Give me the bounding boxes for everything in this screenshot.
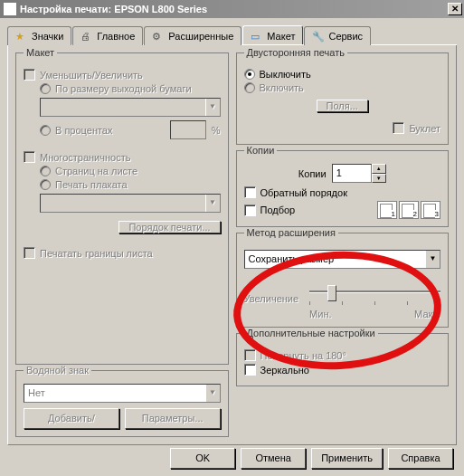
printer-icon: 🖨 [80,31,93,42]
spin-up-icon[interactable]: ▲ [372,164,386,174]
copies-spinbox[interactable]: 1 ▲▼ [332,164,386,183]
cancel-button[interactable]: Отмена [241,448,306,469]
duplex-off-radio[interactable]: Выключить [244,69,441,80]
multipage-combo: ▼ [40,194,221,213]
output-size-combo: ▼ [40,98,221,117]
extra-legend: Дополнительные настройки [244,328,378,338]
duplex-group: Двусторонняя печать Выключить Включить П… [236,52,450,145]
right-column: Двусторонняя печать Выключить Включить П… [236,52,450,437]
window-title: Настройка печати: EPSON L800 Series [20,4,448,14]
apply-button[interactable]: Применить [311,448,383,469]
gear-icon: ⚙ [152,31,165,42]
content-area: Макет Уменьшить/Увеличить По размеру вых… [7,45,457,445]
copies-legend: Копии [244,145,278,156]
wrench-icon: 🔧 [312,31,325,42]
chevron-down-icon: ▼ [205,99,220,116]
margins-button: Поля... [317,100,368,112]
poster-radio: Печать плаката [40,179,221,190]
copies-label: Копии [298,168,327,179]
layout-group: Макет Уменьшить/Увеличить По размеру вых… [15,52,229,365]
titlebar: Настройка печати: EPSON L800 Series ✕ [0,0,464,18]
extra-group: Дополнительные настройки Повернуть на 18… [236,333,450,386]
left-column: Макет Уменьшить/Увеличить По размеру вых… [15,52,229,437]
tab-icons[interactable]: ★Значки [7,26,71,45]
watermark-params-button: Параметры... [125,408,221,429]
watermark-group: Водяной знак Нет▼ Добавить/Удалить... Па… [15,370,229,437]
enlarge-label: Увеличение [244,293,299,304]
expansion-method-combo[interactable]: Сохранить размер▼ [244,250,441,269]
print-order-button: Порядок печати... [118,221,220,233]
print-borders-checkbox[interactable]: Печатать границы листа [24,247,221,259]
tab-main[interactable]: 🖨Главное [72,26,143,45]
collate-illustration: 1 2 3 [377,201,440,219]
watermark-legend: Водяной знак [24,365,91,376]
chevron-down-icon: ▼ [205,385,220,402]
tab-service[interactable]: 🔧Сервис [304,26,371,45]
ok-button[interactable]: OK [170,448,235,469]
tab-bar: ★Значки 🖨Главное ⚙Расширенные ▭Макет 🔧Се… [7,25,457,45]
enlarge-slider [309,281,440,305]
spin-down-icon[interactable]: ▼ [372,174,386,184]
tab-layout[interactable]: ▭Макет [242,25,303,44]
close-button[interactable]: ✕ [448,3,462,15]
dialog-buttons: OK Отмена Применить Справка [170,448,453,469]
reverse-order-checkbox[interactable]: Обратный порядок [244,186,441,198]
mirror-checkbox[interactable]: Зеркально [244,364,441,376]
chevron-down-icon: ▼ [205,195,220,212]
help-button[interactable]: Справка [388,448,453,469]
collate-checkbox[interactable]: Подбор [244,205,296,216]
multipage-checkbox[interactable]: Многостраничность [24,151,221,163]
star-icon: ★ [15,31,28,42]
duplex-on-radio: Включить [244,82,441,93]
rotate-checkbox: Повернуть на 180° [244,349,441,361]
reduce-enlarge-checkbox[interactable]: Уменьшить/Увеличить [24,69,221,81]
pages-per-sheet-radio: Страниц на листе [40,166,221,176]
booklet-checkbox: Буклет [393,122,440,134]
tab-advanced[interactable]: ⚙Расширенные [144,26,241,45]
page-icon: ▭ [251,31,263,42]
watermark-add-remove-button: Добавить/Удалить... [24,408,119,429]
fit-output-radio: По размеру выходной бумаги [40,83,221,94]
layout-legend: Макет [24,47,57,58]
expansion-group: Метод расширения Сохранить размер▼ Увели… [236,233,450,328]
slider-thumb [327,285,336,301]
app-icon [4,3,16,15]
copies-group: Копии Копии 1 ▲▼ Обратный порядок Подбор… [236,150,450,227]
chevron-down-icon: ▼ [425,251,440,268]
watermark-combo[interactable]: Нет▼ [24,384,221,403]
percent-radio: В процентах [40,125,113,136]
duplex-legend: Двусторонняя печать [244,47,347,58]
percent-input [170,120,206,139]
expansion-legend: Метод расширения [244,227,338,238]
